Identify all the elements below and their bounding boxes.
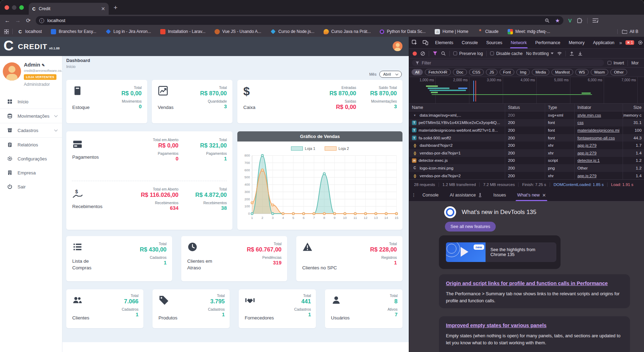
column-header-name[interactable]: Name	[409, 104, 505, 111]
card-fornecedores[interactable]: Fornecedores Total 441 Cadastros 1	[239, 289, 316, 328]
drawer-tab[interactable]: AI assistance ✕	[444, 189, 488, 201]
bookmark-item[interactable]: Branches for Easy...	[51, 29, 96, 34]
edit-profile-icon[interactable]: ✎	[42, 63, 45, 67]
request-type-pill[interactable]: WS	[575, 69, 589, 75]
sidebar-item-sair[interactable]: Sair	[0, 180, 62, 194]
more-tabs-icon[interactable]: »	[619, 40, 622, 46]
card-caixa[interactable]: $ Caixa Entradas R$ 870,00 Saídas R$ 0,0…	[237, 80, 402, 123]
zoom-page-icon[interactable]	[545, 18, 550, 23]
error-count-badge[interactable]: ✕1	[625, 40, 634, 45]
initiator-link[interactable]: materialdesignicons.mi	[577, 128, 619, 133]
clear-network-log-icon[interactable]	[420, 51, 425, 56]
bookmark-item[interactable]: ⌂ Home | Home	[435, 29, 468, 34]
bookmark-item[interactable]: Curso de Node.js...	[270, 29, 314, 34]
back-button[interactable]: ←	[2, 18, 13, 24]
bookmark-item[interactable]: Curso Java na Prát...	[324, 29, 371, 34]
reload-button[interactable]: ⟳	[23, 17, 34, 24]
devtools-tab[interactable]: Application	[589, 37, 618, 48]
initiator-link[interactable]: app.js:279	[577, 173, 596, 178]
initiator-link[interactable]: style.min.css	[577, 113, 601, 118]
initiator-link[interactable]: app.js:279	[577, 151, 596, 156]
browser-tab[interactable]: C Credit ✕	[29, 3, 109, 15]
legend-item-loja2[interactable]: Loja 2	[325, 146, 349, 151]
request-type-pill[interactable]: Fetch/XHR	[425, 69, 451, 75]
bookmark-item[interactable]: Log in - Jira Anron...	[106, 29, 151, 34]
disable-cache-checkbox[interactable]: Disable cache	[490, 51, 522, 56]
column-header-initiator[interactable]: Initiator	[575, 104, 623, 111]
initiator-link[interactable]: app.js:279	[577, 143, 596, 148]
tab-close-icon[interactable]: ✕	[101, 6, 105, 12]
extensions-icon[interactable]	[577, 18, 582, 23]
column-header-type[interactable]: Type	[545, 104, 575, 111]
drawer-tab[interactable]: What's new ✕	[511, 189, 551, 201]
card-produtos[interactable]: Produtos Total 3.795 Cadastros 1	[152, 289, 230, 328]
request-type-pill[interactable]: Other	[610, 69, 627, 75]
request-type-pill[interactable]: CSS	[469, 69, 484, 75]
user-avatar[interactable]	[3, 62, 21, 81]
new-tab-button[interactable]: +	[114, 4, 117, 12]
card-lista-compras[interactable]: Lista de Compras Total R$ 430,00 Cadastr…	[66, 236, 172, 281]
network-conditions-icon[interactable]	[557, 51, 562, 56]
devtools-tab[interactable]: Console	[457, 37, 482, 48]
minimize-window-button[interactable]	[12, 5, 16, 10]
request-type-pill[interactable]: Doc	[453, 69, 467, 75]
request-type-pill[interactable]: Img	[516, 69, 530, 75]
more-filters-label[interactable]: Mor	[631, 61, 639, 65]
request-type-pill[interactable]: Media	[532, 69, 549, 75]
vue-devtools-icon[interactable]: V	[568, 18, 572, 23]
initiator-link[interactable]: fontawesome-all.css	[577, 136, 615, 140]
sidebar-item-cadastros[interactable]: Cadastros	[0, 123, 62, 137]
feature-link[interactable]: Improved empty states for various panels	[446, 323, 547, 328]
import-har-icon[interactable]	[569, 51, 574, 56]
card-vendas[interactable]: Vendas Total R$ 870,00 Quantidade 3	[152, 80, 232, 123]
network-request-row[interactable]: T pe0TMImSLYBIv1o4X1M8ce2xCx3yop4tQ... 2…	[409, 119, 644, 127]
bookmark-item[interactable]: C localhost	[18, 29, 42, 34]
all-bookmarks-folder[interactable]: All B	[617, 29, 642, 34]
request-type-pill[interactable]: Wasm	[591, 69, 609, 75]
url-text[interactable]: localhost	[47, 18, 545, 23]
sidebar-item-relatorios[interactable]: Relatórios	[0, 138, 62, 152]
column-header-status[interactable]: Status	[505, 104, 545, 111]
network-request-row[interactable]: ▾ data:image/svg+xml,... 200 svg+xml sty…	[409, 111, 644, 119]
feature-link[interactable]: Origin and script links for profile and …	[446, 281, 608, 286]
request-type-pill[interactable]: Font	[500, 69, 514, 75]
browser-menu-icon[interactable]	[592, 18, 598, 23]
preserve-log-checkbox[interactable]: Preserve log	[453, 51, 483, 56]
record-network-log-button[interactable]	[413, 51, 417, 56]
network-request-row[interactable]: T materialdesignicons-webfont.woff2?v=1.…	[409, 126, 644, 134]
sidebar-item-configuracoes[interactable]: Configurações	[0, 152, 62, 166]
close-window-button[interactable]	[5, 5, 9, 10]
apps-grid-icon[interactable]	[4, 29, 9, 34]
bookmark-item[interactable]: Python for Data Sc...	[380, 29, 426, 34]
see-all-features-button[interactable]: See all new features	[445, 222, 496, 232]
devtools-tab[interactable]: Performance	[531, 37, 565, 48]
network-request-row[interactable]: JS detector-exec.js 200 script detector.…	[409, 157, 644, 165]
card-clientes-atraso[interactable]: Clientes em Atraso Total R$ 60.767,00 Pe…	[181, 236, 287, 281]
network-filter-input[interactable]: Filter	[412, 60, 604, 66]
throttling-select[interactable]: No throttling	[526, 51, 554, 56]
request-type-pill[interactable]: JS	[486, 69, 497, 75]
drawer-tab[interactable]: Issues ✕	[488, 189, 511, 201]
filter-funnel-icon[interactable]	[433, 51, 438, 56]
card-clientes[interactable]: Clientes Total 7.066 Cadastros 1	[66, 289, 143, 328]
video-thumbnail[interactable]: new	[446, 242, 486, 262]
network-request-row[interactable]: {} vendas-por-dia?loja=1 200 xhr app.js:…	[409, 149, 644, 157]
initiator-link[interactable]: detector.js:1	[577, 158, 600, 163]
search-icon[interactable]	[441, 51, 446, 56]
card-estoque[interactable]: Estoque Total R$ 0,00 Movimentos 0	[66, 80, 147, 123]
header-avatar[interactable]	[393, 41, 402, 51]
bookmark-item[interactable]: Meet: mdg-zfwq-...	[508, 29, 550, 34]
request-type-pill[interactable]: All	[412, 69, 423, 75]
bookmark-item[interactable]: * Claude	[477, 29, 499, 34]
highlight-video-card[interactable]: new See the highlights from Chrome 135	[439, 235, 561, 269]
request-type-pill[interactable]: Manifest	[551, 69, 573, 75]
network-overview-timeline[interactable]: 1,000 ms2,000 ms3,000 ms4,000 ms5,000 ms…	[409, 77, 644, 104]
forward-button[interactable]: →	[13, 18, 23, 24]
export-har-icon[interactable]	[578, 51, 583, 56]
devtools-tab[interactable]: Network	[507, 37, 531, 48]
devtools-tab[interactable]: Memory	[564, 37, 589, 48]
column-header-size[interactable]: Size	[623, 104, 644, 111]
network-request-row[interactable]: T fa-solid-900.woff2 200 font fontawesom…	[409, 134, 644, 142]
devtools-tab[interactable]: Elements	[431, 37, 457, 48]
drawer-menu-icon[interactable]: ⋮	[411, 194, 417, 196]
